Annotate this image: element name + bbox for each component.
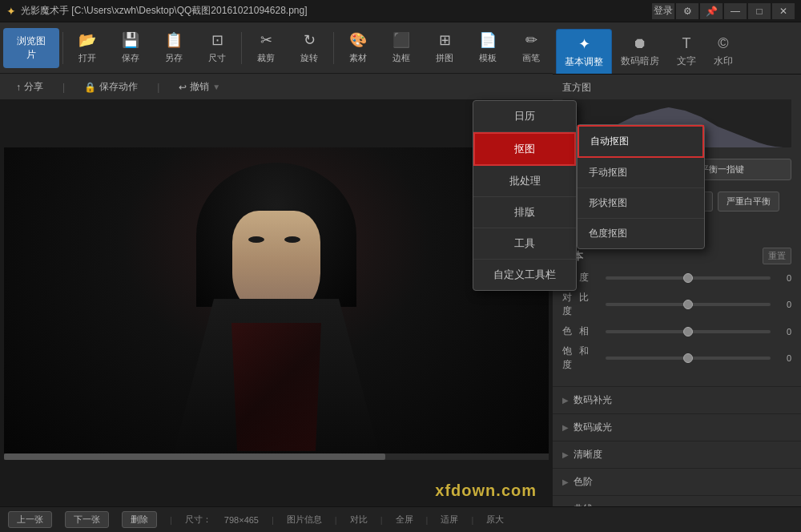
digital-fill-arrow: ▶ — [562, 396, 569, 405]
clarity-header[interactable]: ▶ 清晰度 — [553, 441, 801, 468]
border-icon: ⬛ — [392, 31, 410, 49]
border-button[interactable]: ⬛ 边框 — [380, 25, 422, 71]
delete-button[interactable]: 删除 — [122, 511, 157, 528]
digital-reduce-label: 数码减光 — [574, 421, 612, 434]
tab-basic[interactable]: ✦ 基本调整 — [556, 29, 612, 74]
paint-icon: ✏ — [525, 31, 537, 49]
prev-button[interactable]: 上一张 — [8, 511, 52, 528]
save-action-button[interactable]: 🔒 保存动作 — [78, 78, 144, 96]
share-button[interactable]: ↑ 分享 — [10, 78, 50, 96]
title-controls: 登录 ⚙ 📌 — □ ✕ — [652, 3, 795, 19]
levels-header[interactable]: ▶ 色阶 — [553, 469, 801, 495]
template-icon: 📄 — [479, 31, 497, 49]
save-icon: 💾 — [122, 31, 139, 49]
minimize-button[interactable]: — — [724, 3, 747, 19]
reset-button[interactable]: 重置 — [763, 248, 791, 264]
curves-header[interactable]: ▶ 曲线 — [553, 496, 801, 506]
image-scrollbar[interactable] — [4, 453, 549, 460]
register-button[interactable]: 登录 — [652, 3, 674, 19]
section-title-row: 基本 重置 — [562, 248, 791, 264]
info-btn[interactable]: 图片信息 — [287, 514, 322, 526]
menu-item-layout[interactable]: 排版 — [473, 197, 576, 228]
saturation-thumb[interactable] — [683, 353, 693, 363]
title-bar: ✦ 光影魔术手 [C:\Users\xzwh\Desktop\QQ截图20161… — [0, 0, 801, 22]
clarity-label: 清晰度 — [574, 448, 602, 461]
brightness-slider-row: 亮 度 0 — [562, 271, 791, 284]
undo-icon: ↩ — [179, 82, 187, 93]
rotate-button[interactable]: ↻ 旋转 — [288, 25, 330, 71]
hue-thumb[interactable] — [683, 327, 693, 337]
resize-button[interactable]: ⊡ 尺寸 — [196, 25, 238, 71]
toolbar-separator-3 — [333, 32, 334, 64]
robe-detail — [220, 323, 332, 451]
hue-track[interactable] — [606, 330, 771, 333]
contrast-track[interactable] — [606, 303, 771, 306]
saturation-track[interactable] — [606, 357, 771, 360]
dropdown-menu: 日历 抠图 批处理 排版 工具 自定义工具栏 — [473, 100, 577, 291]
scroll-thumb[interactable] — [4, 453, 385, 460]
fullscreen-btn[interactable]: 全屏 — [396, 514, 413, 526]
saturation-slider-row: 饱 和 度 0 — [562, 345, 791, 372]
template-button[interactable]: 📄 模板 — [467, 25, 509, 71]
save-button[interactable]: 💾 保存 — [110, 25, 151, 71]
submenu-shape-cutout[interactable]: 形状抠图 — [578, 188, 704, 219]
open-button[interactable]: 📂 打开 — [66, 25, 108, 71]
settings-button[interactable]: ⚙ — [676, 3, 698, 19]
share-icon: ↑ — [16, 82, 21, 93]
contrast-label: 对 比 度 — [562, 291, 601, 318]
figure — [148, 163, 405, 459]
digital-reduce-arrow: ▶ — [562, 423, 569, 432]
adapt-btn[interactable]: 适屏 — [441, 514, 458, 526]
tab-dark[interactable]: ⏺ 数码暗房 — [612, 29, 668, 74]
undo-button[interactable]: ↩ 撤销 ▼ — [172, 78, 227, 96]
submenu-manual-cutout[interactable]: 手动抠图 — [578, 158, 704, 188]
photo-background — [4, 147, 549, 460]
contrast-slider-row: 对 比 度 0 — [562, 291, 791, 318]
menu-item-tools[interactable]: 工具 — [473, 228, 576, 260]
menu-item-batch[interactable]: 批处理 — [473, 166, 576, 197]
open-icon: 📂 — [78, 31, 96, 49]
size-label: 尺寸： — [185, 514, 211, 526]
contrast-value: 0 — [775, 300, 791, 309]
brightness-thumb[interactable] — [683, 273, 693, 283]
paint-button[interactable]: ✏ 画笔 — [510, 25, 552, 71]
submenu-auto-cutout[interactable]: 自动抠图 — [578, 125, 704, 158]
hue-label: 色 相 — [562, 324, 601, 338]
saveas-button[interactable]: 📋 另存 — [153, 25, 195, 71]
digital-fill-header[interactable]: ▶ 数码补光 — [553, 387, 801, 413]
next-button[interactable]: 下一张 — [65, 511, 109, 528]
tab-watermark[interactable]: © 水印 — [705, 29, 742, 74]
close-button[interactable]: ✕ — [772, 3, 795, 19]
eye-right — [284, 236, 300, 243]
collage-button[interactable]: ⊞ 拼图 — [424, 25, 465, 71]
menu-item-calendar[interactable]: 日历 — [473, 101, 576, 132]
menu-item-customize[interactable]: 自定义工具栏 — [473, 260, 576, 290]
material-button[interactable]: 🎨 素材 — [337, 25, 379, 71]
levels-section: ▶ 色阶 — [553, 468, 801, 495]
menu-item-cutout[interactable]: 抠图 — [473, 132, 576, 166]
undo-chevron: ▼ — [212, 83, 220, 91]
toolbar-separator-2 — [241, 32, 242, 64]
digital-fill-label: 数码补光 — [574, 393, 612, 407]
maximize-button[interactable]: □ — [748, 3, 771, 19]
digital-reduce-header[interactable]: ▶ 数码减光 — [553, 414, 801, 441]
material-icon: 🎨 — [349, 31, 367, 49]
contrast-thumb[interactable] — [683, 300, 693, 309]
crop-button[interactable]: ✂ 裁剪 — [245, 25, 287, 71]
action-separator: | — [62, 82, 65, 93]
tab-text[interactable]: T 文字 — [668, 29, 705, 74]
submenu-chroma-cutout[interactable]: 色度抠图 — [578, 219, 704, 248]
original-btn[interactable]: 原大 — [486, 514, 504, 526]
sliders-section: 基本 重置 亮 度 0 对 比 度 0 色 相 0 饱 和 度 — [553, 243, 801, 386]
photo-canvas[interactable] — [4, 147, 549, 460]
saveas-icon: 📋 — [165, 31, 183, 49]
pin-button[interactable]: 📌 — [700, 3, 723, 19]
severe-white-balance-button[interactable]: 严重白平衡 — [718, 191, 779, 212]
snapshot-submenu: 自动抠图 手动抠图 形状抠图 色度抠图 — [577, 124, 705, 249]
hue-value: 0 — [775, 327, 791, 337]
contrast-btn[interactable]: 对比 — [350, 514, 368, 526]
browse-button[interactable]: 浏览图片 — [3, 28, 59, 68]
collage-icon: ⊞ — [439, 31, 451, 49]
saturation-label: 饱 和 度 — [562, 345, 601, 372]
brightness-track[interactable] — [606, 276, 771, 280]
